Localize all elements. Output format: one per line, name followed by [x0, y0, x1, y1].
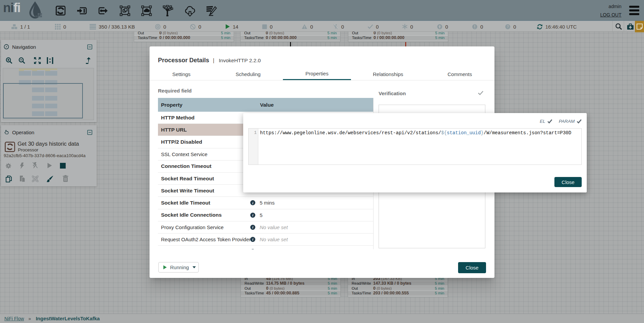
svg-text:?: ?: [507, 25, 509, 29]
